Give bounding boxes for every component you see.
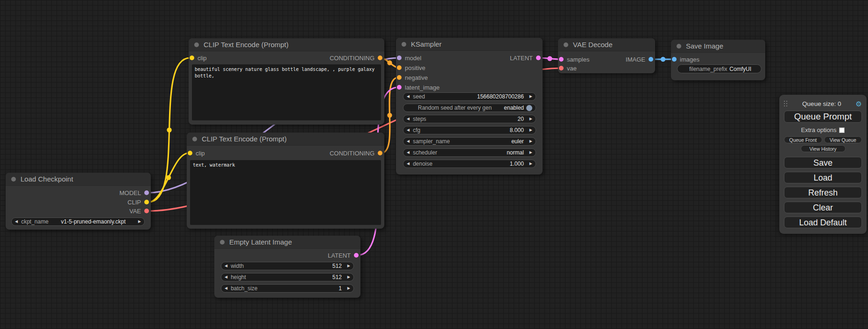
drag-handle-icon[interactable]	[784, 101, 788, 107]
load-default-button[interactable]: Load Default	[784, 217, 862, 228]
ckpt-name-widget[interactable]: ◀ ckpt_name v1-5-pruned-emaonly.ckpt ▶	[11, 217, 145, 226]
collapse-dot-icon[interactable]	[194, 42, 199, 47]
widget-label: denoise	[413, 161, 432, 167]
filename-prefix-widget[interactable]: filename_prefix ComfyUI	[677, 64, 762, 73]
extra-options-checkbox[interactable]	[839, 127, 845, 133]
link-midpoint-dot-negative-conditioning[interactable]	[387, 113, 392, 118]
image-output-dot[interactable]	[649, 57, 653, 62]
queue-front-button[interactable]: Queue Front	[784, 136, 822, 143]
link-midpoint-dot-clip-to-positive-encoder[interactable]	[167, 127, 171, 132]
node-title: KSampler	[411, 40, 442, 48]
load-button[interactable]: Load	[784, 172, 862, 183]
collapse-dot-icon[interactable]	[402, 42, 406, 47]
sampler-name-widget[interactable]: ◀ sampler_name euler ▶	[403, 137, 536, 146]
decrement-arrow-icon[interactable]: ◀	[407, 151, 409, 154]
widget-value: 512	[332, 274, 342, 280]
latent-output-dot[interactable]	[354, 253, 359, 258]
output-slot-model: MODEL	[120, 189, 149, 197]
view-queue-button[interactable]: View Queue	[824, 136, 862, 143]
node-clip-text-encode-positive[interactable]: CLIP Text Encode (Prompt) clip CONDITION…	[189, 38, 384, 125]
decrement-arrow-icon[interactable]: ◀	[225, 287, 227, 290]
widget-value: enabled	[504, 105, 524, 111]
collapse-dot-icon[interactable]	[677, 44, 681, 49]
link-midpoint-dot-clip-to-negative-encoder[interactable]	[166, 175, 171, 180]
increment-arrow-icon[interactable]: ▶	[529, 128, 532, 132]
link-midpoint-dot-latent-to-vae-decode[interactable]	[547, 56, 552, 61]
random-seed-widget[interactable]: Random seed after every gen enabled	[403, 104, 536, 112]
decrement-arrow-icon[interactable]: ◀	[15, 220, 18, 224]
node-save-image[interactable]: Save Image images filename_prefix ComfyU…	[671, 40, 765, 80]
node-ksampler[interactable]: KSampler model positive negative latent_…	[396, 38, 543, 175]
decrement-arrow-icon[interactable]: ◀	[407, 95, 409, 98]
latent-image-input-dot[interactable]	[397, 85, 402, 90]
widget-label: cfg	[413, 127, 420, 133]
decrement-arrow-icon[interactable]: ◀	[407, 140, 409, 143]
negative-prompt-textarea[interactable]: text, watermark	[190, 160, 381, 225]
increment-arrow-icon[interactable]: ▶	[529, 140, 532, 143]
samples-input-dot[interactable]	[559, 57, 564, 62]
node-header: CLIP Text Encode (Prompt)	[187, 133, 384, 146]
node-vae-decode[interactable]: VAE Decode samples vae IMAGE	[558, 38, 655, 73]
increment-arrow-icon[interactable]: ▶	[138, 220, 141, 224]
batch-size-widget[interactable]: ◀ batch_size 1 ▶	[221, 284, 354, 293]
clip-output-dot[interactable]	[144, 200, 149, 204]
seed-widget[interactable]: ◀ seed 156680208700286 ▶	[403, 92, 536, 101]
positive-input-dot[interactable]	[397, 65, 402, 70]
latent-output-dot[interactable]	[536, 56, 541, 60]
collapse-dot-icon[interactable]	[11, 177, 16, 182]
widget-value: 1	[339, 285, 342, 292]
model-input-dot[interactable]	[397, 56, 402, 60]
positive-prompt-textarea[interactable]: beautiful scenery nature glass bottle la…	[192, 64, 381, 120]
collapse-dot-icon[interactable]	[564, 42, 568, 47]
denoise-widget[interactable]: ◀ denoise 1.000 ▶	[403, 160, 536, 168]
queue-panel-header: Queue size: 0 ⚙	[784, 99, 862, 108]
steps-widget[interactable]: ◀ steps 20 ▶	[403, 115, 536, 123]
queue-prompt-button[interactable]: Queue Prompt	[784, 111, 862, 123]
width-widget[interactable]: ◀ width 512 ▶	[221, 262, 354, 270]
link-midpoint-dot-positive-conditioning[interactable]	[387, 60, 392, 65]
widget-value: 20	[517, 116, 523, 122]
decrement-arrow-icon[interactable]: ◀	[225, 264, 227, 268]
node-title: CLIP Text Encode (Prompt)	[204, 41, 289, 49]
scheduler-widget[interactable]: ◀ scheduler normal ▶	[403, 148, 536, 157]
increment-arrow-icon[interactable]: ▶	[347, 275, 350, 279]
node-clip-text-encode-negative[interactable]: CLIP Text Encode (Prompt) clip CONDITION…	[187, 133, 384, 229]
output-slot-conditioning: CONDITIONING	[330, 149, 382, 157]
increment-arrow-icon[interactable]: ▶	[529, 162, 532, 166]
conditioning-output-dot[interactable]	[378, 56, 382, 60]
cfg-widget[interactable]: ◀ cfg 8.000 ▶	[403, 126, 536, 134]
vae-output-dot[interactable]	[144, 209, 149, 213]
slot-label: LATENT	[510, 55, 533, 62]
images-input-dot[interactable]	[672, 57, 677, 62]
increment-arrow-icon[interactable]: ▶	[529, 117, 532, 121]
model-output-dot[interactable]	[144, 190, 149, 195]
link-midpoint-dot-image-to-save[interactable]	[661, 57, 665, 62]
increment-arrow-icon[interactable]: ▶	[347, 264, 350, 268]
save-button[interactable]: Save	[784, 157, 862, 168]
vae-input-dot[interactable]	[559, 66, 564, 70]
clip-input-dot[interactable]	[188, 151, 192, 155]
clear-button[interactable]: Clear	[784, 202, 862, 213]
negative-input-dot[interactable]	[397, 75, 402, 80]
increment-arrow-icon[interactable]: ▶	[529, 95, 532, 98]
refresh-button[interactable]: Refresh	[784, 187, 862, 198]
view-history-button[interactable]: View History	[801, 145, 846, 152]
decrement-arrow-icon[interactable]: ◀	[407, 162, 409, 166]
increment-arrow-icon[interactable]: ▶	[529, 151, 532, 154]
clip-input-dot[interactable]	[190, 56, 194, 60]
increment-arrow-icon[interactable]: ▶	[347, 287, 350, 290]
node-title: VAE Decode	[573, 41, 613, 49]
height-widget[interactable]: ◀ height 512 ▶	[221, 273, 354, 281]
decrement-arrow-icon[interactable]: ◀	[225, 275, 227, 279]
queue-size-label: Queue size: 0	[788, 100, 856, 107]
decrement-arrow-icon[interactable]: ◀	[407, 128, 409, 132]
slot-label: CONDITIONING	[330, 150, 374, 157]
conditioning-output-dot[interactable]	[378, 151, 382, 155]
decrement-arrow-icon[interactable]: ◀	[407, 117, 409, 121]
node-load-checkpoint[interactable]: Load Checkpoint MODEL CLIP VAE ◀ ckpt_na…	[6, 173, 151, 230]
collapse-dot-icon[interactable]	[220, 240, 225, 245]
random-seed-toggle[interactable]	[526, 105, 532, 111]
collapse-dot-icon[interactable]	[192, 137, 197, 141]
node-empty-latent-image[interactable]: Empty Latent Image LATENT ◀ width 512 ▶ …	[214, 236, 360, 298]
settings-gear-icon[interactable]: ⚙	[856, 100, 862, 107]
